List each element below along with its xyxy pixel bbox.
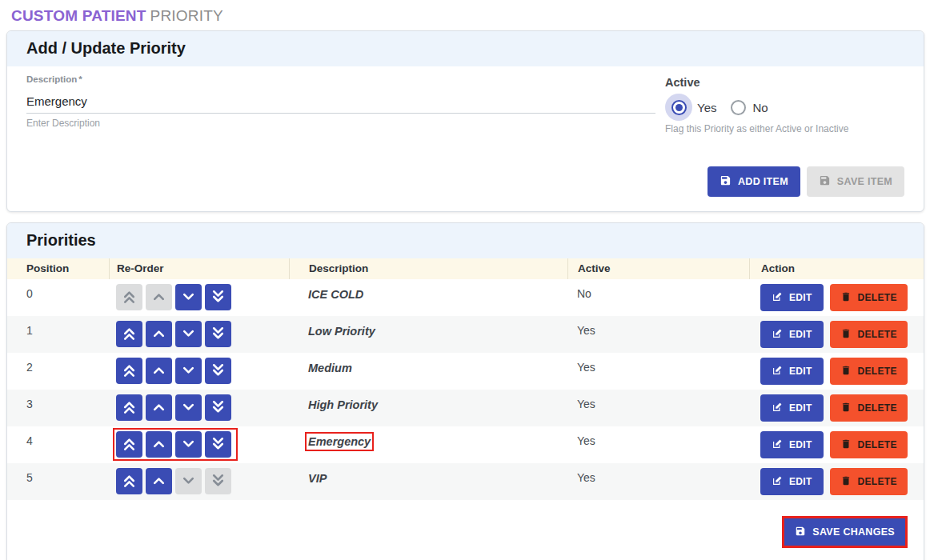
active-label: Active	[665, 76, 848, 89]
move-up-button[interactable]	[146, 394, 172, 421]
move-to-bottom-button[interactable]	[205, 321, 231, 347]
trash-icon	[840, 328, 852, 341]
required-marker: *	[78, 74, 82, 84]
move-to-top-button[interactable]	[116, 468, 142, 494]
chevron-down-icon	[179, 434, 198, 455]
column-header-action: Action	[749, 258, 924, 279]
move-to-top-button[interactable]	[116, 358, 142, 384]
column-header-description: Description	[289, 258, 567, 279]
reorder-group	[116, 284, 234, 310]
description-input[interactable]: Emergency	[26, 84, 655, 114]
chevron-double-down-icon	[209, 361, 227, 382]
delete-label: DELETE	[858, 366, 897, 376]
table-row: 5 VIP Yes EDIT	[7, 463, 924, 500]
reorder-group	[116, 394, 234, 421]
page-title: CUSTOM PATIENTPRIORITY	[0, 0, 942, 30]
table-row: 3 High Priority Yes EDIT	[7, 390, 924, 426]
move-to-top-button	[116, 284, 142, 310]
description-text: ICE COLD	[308, 288, 363, 301]
move-to-bottom-button[interactable]	[205, 431, 231, 458]
move-down-button[interactable]	[175, 358, 202, 384]
save-item-button: SAVE ITEM	[807, 166, 904, 197]
move-to-bottom-button[interactable]	[205, 284, 231, 310]
move-to-top-button[interactable]	[116, 321, 142, 347]
edit-label: EDIT	[789, 330, 812, 339]
chevron-up-icon	[150, 471, 168, 492]
reorder-group	[116, 358, 234, 384]
trash-icon	[840, 438, 852, 451]
move-down-button[interactable]	[175, 394, 202, 421]
position-cell: 2	[7, 353, 109, 374]
description-text: VIP	[308, 472, 327, 485]
chevron-double-up-icon	[120, 434, 138, 455]
delete-button[interactable]: DELETE	[830, 468, 908, 495]
move-to-top-button[interactable]	[116, 394, 142, 421]
column-header-position: Position	[7, 258, 109, 279]
priorities-rows: 0 ICE COLD No EDIT	[7, 279, 924, 500]
edit-button[interactable]: EDIT	[760, 431, 824, 458]
save-changes-button[interactable]: SAVE CHANGES	[784, 518, 905, 546]
delete-button[interactable]: DELETE	[830, 321, 908, 348]
move-up-button[interactable]	[146, 358, 172, 384]
move-to-bottom-button[interactable]	[205, 358, 231, 384]
move-up-button[interactable]	[146, 431, 172, 458]
edit-pencil-icon	[772, 438, 783, 451]
radio-yes[interactable]	[665, 94, 692, 121]
active-cell: Yes	[567, 426, 749, 447]
chevron-up-icon	[150, 434, 168, 455]
priorities-panel: Priorities Position Re-Order Description…	[6, 222, 924, 560]
move-up-button[interactable]	[146, 321, 172, 347]
description-text: Low Priority	[308, 325, 375, 338]
chevron-double-down-icon	[209, 324, 227, 345]
position-cell: 0	[7, 279, 109, 300]
active-cell: Yes	[567, 316, 749, 337]
move-down-button[interactable]	[175, 431, 202, 458]
move-to-top-button[interactable]	[116, 431, 142, 458]
description-text: Medium	[308, 362, 352, 374]
edit-button[interactable]: EDIT	[760, 321, 824, 348]
move-down-button[interactable]	[175, 321, 202, 347]
save-icon	[819, 174, 831, 189]
description-field[interactable]: Description* Emergency Enter Description	[26, 73, 655, 129]
column-header-active: Active	[567, 258, 749, 279]
trash-icon	[840, 475, 852, 488]
active-cell: Yes	[567, 353, 749, 374]
save-changes-label: SAVE CHANGES	[812, 527, 895, 538]
column-header-reorder: Re-Order	[109, 258, 289, 279]
delete-label: DELETE	[858, 477, 897, 486]
move-down-button[interactable]	[175, 284, 202, 310]
delete-button[interactable]: DELETE	[830, 284, 908, 311]
reorder-group	[116, 468, 234, 494]
save-icon	[795, 526, 806, 539]
reorder-group	[116, 431, 234, 458]
delete-button[interactable]: DELETE	[830, 394, 908, 422]
delete-label: DELETE	[858, 293, 897, 302]
move-up-button[interactable]	[146, 468, 172, 494]
edit-button[interactable]: EDIT	[760, 468, 824, 495]
chevron-down-icon	[179, 471, 198, 492]
delete-button[interactable]: DELETE	[830, 358, 908, 385]
page-title-primary: CUSTOM PATIENT	[11, 7, 146, 24]
radio-no[interactable]	[731, 100, 746, 115]
edit-pencil-icon	[772, 291, 783, 304]
add-item-button[interactable]: ADD ITEM	[708, 166, 800, 197]
delete-label: DELETE	[858, 403, 897, 413]
chevron-up-icon	[150, 324, 168, 345]
edit-button[interactable]: EDIT	[760, 394, 824, 422]
chevron-up-icon	[150, 398, 168, 418]
chevron-double-up-icon	[120, 398, 138, 418]
table-row: 0 ICE COLD No EDIT	[7, 279, 924, 316]
delete-button[interactable]: DELETE	[830, 431, 908, 458]
edit-pencil-icon	[772, 328, 783, 341]
active-cell: No	[567, 279, 749, 300]
active-cell: Yes	[567, 463, 749, 484]
delete-label: DELETE	[858, 440, 897, 450]
save-item-label: SAVE ITEM	[837, 177, 892, 187]
move-to-bottom-button[interactable]	[205, 394, 231, 421]
edit-label: EDIT	[789, 366, 812, 376]
edit-button[interactable]: EDIT	[760, 284, 824, 311]
move-up-button	[146, 284, 172, 310]
edit-button[interactable]: EDIT	[760, 358, 824, 385]
table-row: 4 Emergency Yes EDIT	[7, 426, 924, 463]
move-to-bottom-button	[205, 468, 231, 494]
